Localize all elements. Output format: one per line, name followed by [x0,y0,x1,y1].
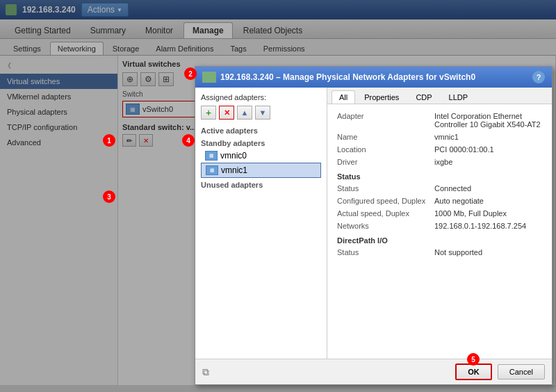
props-tab-all[interactable]: All [332,90,355,104]
table-row: Status Not supported [333,246,546,259]
props-directpath-table: Status Not supported [333,246,546,259]
properties-panel: All Properties CDP LLDP Adapter Intel Co… [327,88,552,359]
modal-header-icon [202,72,216,83]
status-label: Status [333,182,430,195]
name-value: vmnic1 [430,131,546,143]
props-status-table: Status Connected Configured speed, Duple… [333,182,546,232]
networks-value: 192.168.0.1-192.168.7.254 [430,220,546,232]
adapters-toolbar: + ✕ ▲ ▼ [201,106,321,120]
adapters-panel: Assigned adapters: + ✕ ▲ ▼ Active adapte… [195,88,327,359]
table-row: Status Connected [333,182,546,195]
adapter-vmnic0[interactable]: ▦ vmnic0 [201,149,321,163]
driver-label: Driver [333,156,430,168]
actual-speed-label: Actual speed, Duplex [333,207,430,220]
location-value: PCI 0000:01:00.1 [430,143,546,156]
driver-value: ixgbe [430,156,546,168]
table-row: Name vmnic1 [333,131,546,143]
modal-header: 192.168.3.240 – Manage Physical Network … [195,67,552,88]
ok-button[interactable]: OK [455,364,492,380]
table-row: Adapter Intel Corporation Ethernet Contr… [333,110,546,131]
standby-adapters-label: Standby adapters [201,139,321,147]
adapter-vmnic0-label: vmnic0 [220,151,247,161]
adapter-vmnic1[interactable]: ▦ vmnic1 [201,163,321,178]
props-tab-properties[interactable]: Properties [357,90,407,104]
name-label: Name [333,131,430,143]
modal-footer: ⧉ OK Cancel [195,359,552,384]
help-button[interactable]: ? [532,71,545,83]
table-row: Networks 192.168.0.1-192.168.7.254 [333,220,546,232]
copy-icon: ⧉ [202,366,209,378]
location-label: Location [333,143,430,156]
adapter-vmnic0-icon: ▦ [205,151,218,161]
adapter-vmnic1-label: vmnic1 [221,165,247,175]
move-up-button[interactable]: ▲ [237,106,252,120]
directpath-section-label: DirectPath I/O [333,232,546,246]
table-row: Location PCI 0000:01:00.1 [333,143,546,156]
props-tab-lldp[interactable]: LLDP [441,90,476,104]
props-tabs: All Properties CDP LLDP [327,88,552,104]
props-table: Adapter Intel Corporation Ethernet Contr… [333,110,546,168]
assigned-adapters-label: Assigned adapters: [201,93,321,101]
table-row: Actual speed, Duplex 1000 Mb, Full Duple… [333,207,546,220]
props-tab-cdp[interactable]: CDP [408,90,439,104]
configured-speed-value: Auto negotiate [430,195,546,207]
networks-label: Networks [333,220,430,232]
actual-speed-value: 1000 Mb, Full Duplex [430,207,546,220]
adapter-vmnic1-icon: ▦ [206,165,218,175]
move-down-button[interactable]: ▼ [255,106,270,120]
modal-title: 192.168.3.240 – Manage Physical Network … [220,72,475,82]
status-section-label: Status [333,168,546,182]
active-adapters-label: Active adapters [201,126,321,135]
remove-adapter-button[interactable]: ✕ [219,106,234,120]
table-row: Configured speed, Duplex Auto negotiate [333,195,546,207]
adapter-value: Intel Corporation Ethernet Controller 10… [430,110,546,131]
cancel-button[interactable]: Cancel [498,364,545,379]
directpath-status-value: Not supported [430,246,546,259]
directpath-status-label: Status [333,246,430,259]
modal-body: Assigned adapters: + ✕ ▲ ▼ Active adapte… [195,88,552,359]
modal-manage-adapters: 192.168.3.240 – Manage Physical Network … [195,66,553,385]
props-content: Adapter Intel Corporation Ethernet Contr… [327,104,552,359]
configured-speed-label: Configured speed, Duplex [333,195,430,207]
add-adapter-button[interactable]: + [201,106,216,120]
adapter-label: Adapter [333,110,430,131]
unused-adapters-label: Unused adapters [201,181,321,189]
table-row: Driver ixgbe [333,156,546,168]
status-value: Connected [430,182,546,195]
